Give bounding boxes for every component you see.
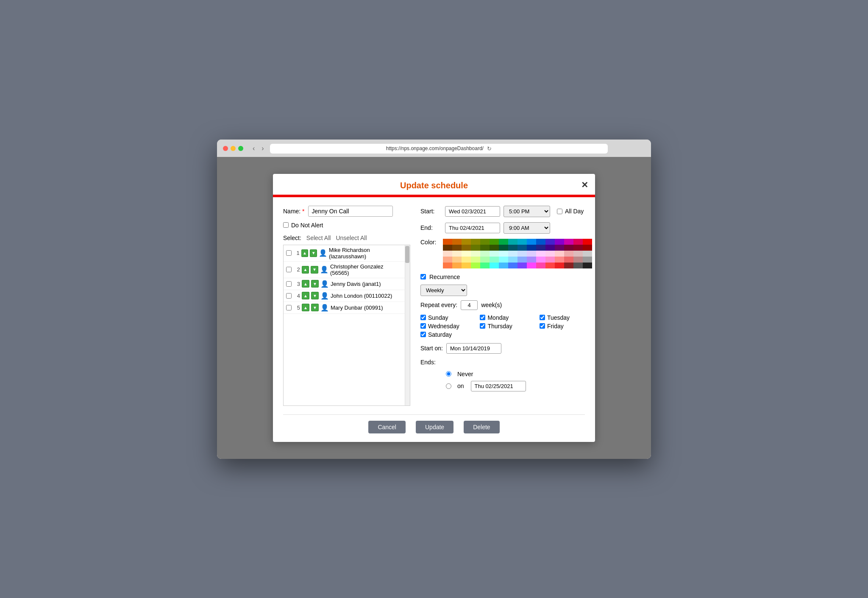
- color-cell[interactable]: [480, 245, 490, 251]
- start-date-input[interactable]: [445, 206, 500, 217]
- minimize-traffic-light[interactable]: [231, 146, 236, 151]
- recurrence-type-select[interactable]: Weekly Daily Monthly Yearly: [420, 285, 467, 296]
- color-cell[interactable]: [499, 239, 508, 245]
- color-cell[interactable]: [508, 251, 517, 257]
- move-up-1[interactable]: ▲: [301, 249, 309, 257]
- name-input[interactable]: [308, 206, 393, 217]
- move-up-2[interactable]: ▲: [302, 266, 309, 274]
- color-cell[interactable]: [462, 257, 471, 263]
- start-on-input[interactable]: [446, 343, 501, 354]
- color-cell[interactable]: [490, 257, 499, 263]
- color-cell[interactable]: [508, 257, 517, 263]
- color-cell[interactable]: [490, 263, 499, 268]
- color-cell[interactable]: [508, 263, 517, 268]
- color-cell[interactable]: [471, 257, 480, 263]
- color-cell[interactable]: [517, 257, 527, 263]
- color-cell[interactable]: [471, 263, 480, 268]
- color-cell[interactable]: [583, 251, 592, 257]
- monday-checkbox[interactable]: [480, 315, 485, 320]
- color-cell[interactable]: [480, 251, 490, 257]
- color-cell[interactable]: [527, 257, 536, 263]
- move-up-4[interactable]: ▲: [302, 292, 309, 299]
- color-cell[interactable]: [443, 257, 452, 263]
- color-cell[interactable]: [443, 239, 452, 245]
- tuesday-checkbox[interactable]: [540, 315, 545, 320]
- color-cell[interactable]: [573, 263, 583, 268]
- color-cell[interactable]: [452, 263, 462, 268]
- move-down-3[interactable]: ▼: [311, 280, 319, 288]
- color-cell[interactable]: [555, 257, 564, 263]
- color-cell[interactable]: [517, 239, 527, 245]
- color-cell[interactable]: [508, 239, 517, 245]
- color-cell[interactable]: [527, 239, 536, 245]
- color-cell[interactable]: [462, 245, 471, 251]
- color-cell[interactable]: [555, 245, 564, 251]
- color-cell[interactable]: [490, 251, 499, 257]
- color-cell[interactable]: [471, 251, 480, 257]
- forward-button[interactable]: ›: [259, 144, 266, 153]
- person-checkbox-5[interactable]: [286, 305, 292, 310]
- color-cell[interactable]: [499, 257, 508, 263]
- reload-icon[interactable]: ↻: [487, 145, 492, 152]
- color-cell[interactable]: [480, 239, 490, 245]
- move-up-5[interactable]: ▲: [302, 304, 309, 311]
- color-cell[interactable]: [536, 239, 545, 245]
- color-cell[interactable]: [480, 263, 490, 268]
- recurrence-checkbox[interactable]: [420, 274, 426, 279]
- wednesday-checkbox[interactable]: [420, 323, 426, 329]
- cancel-button[interactable]: Cancel: [368, 421, 406, 433]
- color-cell[interactable]: [527, 263, 536, 268]
- color-cell[interactable]: [536, 251, 545, 257]
- color-cell[interactable]: [555, 251, 564, 257]
- friday-checkbox[interactable]: [540, 323, 545, 329]
- color-cell[interactable]: [480, 257, 490, 263]
- color-cell[interactable]: [573, 257, 583, 263]
- color-cell[interactable]: [573, 239, 583, 245]
- color-cell[interactable]: [490, 245, 499, 251]
- update-button[interactable]: Update: [416, 421, 453, 433]
- color-cell[interactable]: [462, 239, 471, 245]
- person-checkbox-2[interactable]: [286, 267, 292, 272]
- person-checkbox-3[interactable]: [286, 281, 292, 287]
- select-all-link[interactable]: Select All: [306, 235, 331, 241]
- maximize-traffic-light[interactable]: [238, 146, 243, 151]
- end-time-select[interactable]: 9:00 AM 10:00 AM: [504, 222, 550, 234]
- color-cell[interactable]: [536, 245, 545, 251]
- color-cell[interactable]: [452, 239, 462, 245]
- color-cell[interactable]: [527, 245, 536, 251]
- color-cell[interactable]: [536, 257, 545, 263]
- color-cell[interactable]: [583, 263, 592, 268]
- color-cell[interactable]: [499, 251, 508, 257]
- color-cell[interactable]: [573, 251, 583, 257]
- color-cell[interactable]: [545, 263, 555, 268]
- color-cell[interactable]: [573, 245, 583, 251]
- color-cell[interactable]: [517, 251, 527, 257]
- color-cell[interactable]: [583, 257, 592, 263]
- color-cell[interactable]: [545, 245, 555, 251]
- end-date-input[interactable]: [445, 223, 500, 233]
- color-cell[interactable]: [564, 257, 573, 263]
- move-down-4[interactable]: ▼: [311, 292, 319, 299]
- person-checkbox-4[interactable]: [286, 293, 292, 299]
- color-cell[interactable]: [471, 245, 480, 251]
- all-day-checkbox[interactable]: [557, 209, 562, 214]
- ends-on-radio[interactable]: [446, 383, 451, 389]
- color-cell[interactable]: [564, 239, 573, 245]
- close-traffic-light[interactable]: [223, 146, 228, 151]
- color-cell[interactable]: [499, 245, 508, 251]
- ends-never-radio[interactable]: [446, 371, 451, 377]
- color-cell[interactable]: [583, 239, 592, 245]
- color-cell[interactable]: [545, 257, 555, 263]
- modal-close-button[interactable]: ✕: [581, 180, 588, 190]
- do-not-alert-checkbox[interactable]: [283, 222, 289, 228]
- repeat-every-input[interactable]: [461, 300, 478, 310]
- move-down-1[interactable]: ▼: [310, 249, 317, 257]
- scrollbar-thumb[interactable]: [405, 246, 409, 263]
- ends-on-date-input[interactable]: [471, 381, 526, 391]
- color-cell[interactable]: [564, 251, 573, 257]
- color-cell[interactable]: [462, 251, 471, 257]
- color-cell[interactable]: [545, 251, 555, 257]
- move-down-2[interactable]: ▼: [311, 266, 318, 274]
- color-cell[interactable]: [443, 251, 452, 257]
- start-time-select[interactable]: 5:00 PM 6:00 PM: [504, 206, 550, 217]
